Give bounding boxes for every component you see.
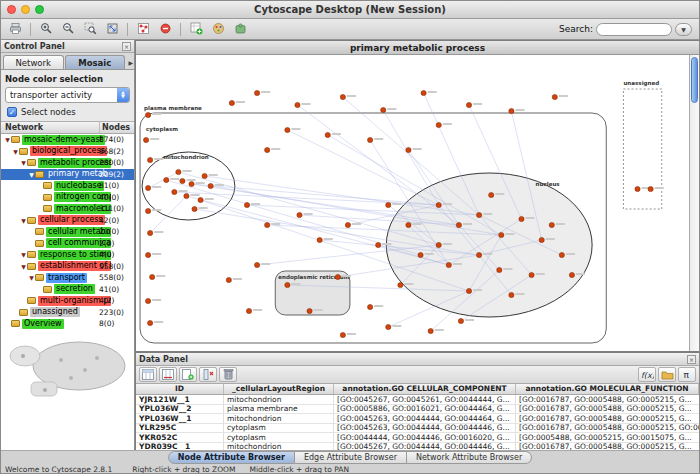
search-options-button[interactable]: ▼	[675, 23, 692, 36]
network-node[interactable]	[446, 262, 451, 267]
network-node[interactable]	[386, 324, 391, 329]
network-node[interactable]	[184, 193, 189, 198]
network-node[interactable]	[244, 202, 249, 207]
network-node[interactable]	[148, 320, 153, 325]
tree-item-metabolic-process[interactable]: ▼metabolic process280(0)	[1, 157, 134, 169]
network-node[interactable]	[143, 137, 148, 142]
tree-item-cellular-process[interactable]: ▼cellular process42(0)	[1, 215, 134, 227]
network-node[interactable]	[145, 112, 150, 117]
network-node[interactable]	[198, 197, 203, 202]
network-node[interactable]	[176, 169, 181, 174]
network-node[interactable]	[317, 237, 322, 242]
expander-icon[interactable]: ▼	[20, 251, 27, 258]
trash-button[interactable]	[219, 367, 237, 382]
network-node[interactable]	[529, 272, 534, 277]
network-node[interactable]	[519, 216, 524, 221]
network-node[interactable]	[148, 157, 153, 162]
column-header-annotation-go-molecular-function[interactable]: annotation.GO MOLECULAR_FUNCTION	[516, 384, 699, 394]
network-node[interactable]	[145, 208, 150, 213]
network-node[interactable]	[476, 252, 481, 257]
network-node[interactable]	[164, 177, 169, 182]
network-node[interactable]	[145, 298, 150, 303]
network-node[interactable]	[648, 186, 653, 191]
zoom-out-button[interactable]	[58, 21, 78, 38]
table-row[interactable]: YJR121W__1mitochondrion[GO:0045267, GO:0…	[136, 395, 699, 405]
network-node[interactable]	[189, 181, 194, 186]
import-attributes-button[interactable]	[658, 367, 676, 382]
network-node[interactable]	[150, 274, 155, 279]
network-node[interactable]	[307, 308, 312, 313]
network-node[interactable]	[145, 185, 150, 190]
tree-item-biological-process[interactable]: ▼biological_process868(2)	[1, 146, 134, 158]
network-node[interactable]	[489, 192, 494, 197]
tree-item-cell-communicat[interactable]: cell communicat2(0)	[1, 238, 134, 250]
expander-icon[interactable]: ▼	[20, 263, 27, 270]
table-row[interactable]: YPL036W__2plasma membrane[GO:0005886, GO…	[136, 405, 699, 415]
network-node[interactable]	[192, 206, 197, 211]
tree-item-macromolecule[interactable]: macromolecule311(0)	[1, 203, 134, 215]
network-node[interactable]	[436, 202, 441, 207]
network-node[interactable]	[145, 252, 150, 257]
table-row[interactable]: YPL036W__1mitochondrion[GO:0045263, GO:0…	[136, 414, 699, 424]
tree-column-network[interactable]: Network	[1, 122, 100, 133]
network-node[interactable]	[458, 318, 463, 323]
tree-item-overview[interactable]: Overview8(0)	[1, 318, 134, 330]
network-node[interactable]	[398, 282, 403, 287]
new-attribute-button[interactable]	[179, 367, 197, 382]
formula-button[interactable]: π	[678, 367, 696, 382]
network-node[interactable]	[499, 232, 504, 237]
network-node[interactable]	[476, 212, 481, 217]
unselect-attributes-button[interactable]	[159, 367, 177, 382]
search-input[interactable]	[596, 23, 672, 36]
network-node[interactable]	[265, 147, 270, 152]
tree-item-secretion[interactable]: secretion41(0)	[1, 284, 134, 296]
zoom-in-button[interactable]	[36, 21, 56, 38]
tree-item-primary-metab[interactable]: ▼primary metab209(2)	[1, 169, 134, 181]
tree-item-response-to-stimu[interactable]: ▼response to stimu4(0)	[1, 249, 134, 261]
network-node[interactable]	[569, 272, 574, 277]
delete-attribute-button[interactable]	[199, 367, 217, 382]
close-window-button[interactable]	[7, 5, 16, 14]
import-network-button[interactable]	[186, 21, 206, 38]
network-node[interactable]	[509, 108, 514, 113]
network-node[interactable]	[226, 277, 231, 282]
network-node[interactable]	[509, 292, 514, 297]
network-node[interactable]	[295, 102, 300, 107]
select-nodes-checkbox[interactable]: ✓	[7, 107, 17, 117]
network-node[interactable]	[335, 274, 340, 279]
network-node[interactable]	[381, 107, 386, 112]
network-overview-button[interactable]	[133, 21, 153, 38]
tab-network[interactable]: Network	[3, 55, 64, 69]
tree-item-cellular-metabo[interactable]: cellular metabo20(0)	[1, 226, 134, 238]
network-vertical-scrollbar[interactable]	[689, 55, 699, 351]
vizmapper-button[interactable]	[208, 21, 228, 38]
network-canvas[interactable]: plasma membranecytoplasmmitochondrionnuc…	[136, 55, 689, 351]
minimize-window-button[interactable]	[21, 5, 30, 14]
expander-icon[interactable]: ▼	[28, 171, 35, 178]
network-node[interactable]	[406, 147, 411, 152]
network-node[interactable]	[497, 267, 502, 272]
network-node[interactable]	[254, 262, 259, 267]
node-color-select[interactable]: transporter activity ▲▼	[5, 87, 130, 103]
network-node[interactable]	[428, 328, 433, 333]
zoom-selected-button[interactable]	[80, 21, 100, 38]
tree-item-multi-organism-pro[interactable]: multi-organism pro4(2)	[1, 295, 134, 307]
expander-icon[interactable]: ▼	[20, 159, 27, 166]
destroy-network-button[interactable]	[155, 21, 175, 38]
tree-item-unassigned[interactable]: unassigned223(0)	[1, 307, 134, 319]
network-node[interactable]	[340, 94, 345, 99]
expander-icon[interactable]: ▼	[12, 148, 19, 155]
network-node[interactable]	[376, 242, 381, 247]
expander-icon[interactable]: ▼	[20, 217, 27, 224]
select-attributes-button[interactable]	[139, 367, 157, 382]
network-node[interactable]	[208, 183, 213, 188]
tree-item-nucleobase[interactable]: nucleobase81(0)	[1, 180, 134, 192]
network-node[interactable]	[436, 242, 441, 247]
zoom-window-button[interactable]	[35, 5, 44, 14]
network-node[interactable]	[285, 282, 290, 287]
network-node[interactable]	[265, 222, 270, 227]
print-button[interactable]	[5, 21, 25, 38]
network-node[interactable]	[549, 222, 554, 227]
network-node[interactable]	[539, 237, 544, 242]
network-node[interactable]	[406, 222, 411, 227]
